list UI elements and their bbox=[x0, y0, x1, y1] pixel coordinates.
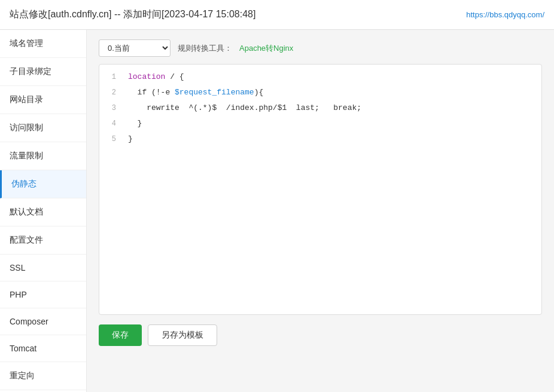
line-num-3: 3 bbox=[99, 100, 123, 116]
sidebar-item-php[interactable]: PHP bbox=[0, 281, 86, 308]
toolbar-row: 0.当前 规则转换工具： Apache转Nginx bbox=[99, 39, 542, 57]
sidebar-item-tomcat[interactable]: Tomcat bbox=[0, 335, 86, 362]
line-content-5: } bbox=[123, 131, 133, 147]
sidebar-item-composer[interactable]: Composer bbox=[0, 308, 86, 335]
convert-label: 规则转换工具： bbox=[178, 43, 232, 54]
code-line-2: 2 if (!-e $request_filename){ bbox=[99, 85, 541, 100]
line-content-3: rewrite ^(.*)$ /index.php/$1 last; break… bbox=[123, 100, 361, 116]
line-num-5: 5 bbox=[99, 131, 123, 147]
line-content-1: location / { bbox=[123, 69, 184, 85]
top-bar: 站点修改[auth.cdnfly.cn] -- 添加时间[2023-04-17 … bbox=[0, 0, 554, 30]
code-line-5: 5 } bbox=[99, 131, 541, 147]
code-line-4: 4 } bbox=[99, 116, 541, 131]
sidebar-item-ssl[interactable]: SSL bbox=[0, 255, 86, 281]
layout: 域名管理 子目录绑定 网站目录 访问限制 流量限制 伪静态 默认文档 配置文件 … bbox=[0, 30, 554, 392]
page-title: 站点修改[auth.cdnfly.cn] -- 添加时间[2023-04-17 … bbox=[10, 8, 255, 21]
footer-buttons: 保存 另存为模板 bbox=[99, 324, 542, 346]
sidebar-item-webdir[interactable]: 网站目录 bbox=[0, 86, 86, 114]
line-num-4: 4 bbox=[99, 116, 123, 131]
version-select[interactable]: 0.当前 bbox=[99, 39, 171, 57]
top-bar-link[interactable]: https://bbs.qdyqq.com/ bbox=[466, 10, 544, 19]
code-editor[interactable]: 1 location / { 2 if (!-e $request_filena… bbox=[99, 64, 542, 315]
line-num-1: 1 bbox=[99, 69, 123, 85]
save-as-template-button[interactable]: 另存为模板 bbox=[148, 324, 217, 346]
save-button[interactable]: 保存 bbox=[99, 324, 142, 346]
sidebar-item-default-doc[interactable]: 默认文档 bbox=[0, 198, 86, 226]
code-line-1: 1 location / { bbox=[99, 69, 541, 85]
convert-link[interactable]: Apache转Nginx bbox=[239, 43, 293, 54]
sidebar-item-config[interactable]: 配置文件 bbox=[0, 226, 86, 255]
sidebar-item-redirect[interactable]: 重定向 bbox=[0, 362, 86, 390]
sidebar-item-subdir[interactable]: 子目录绑定 bbox=[0, 58, 86, 86]
sidebar: 域名管理 子目录绑定 网站目录 访问限制 流量限制 伪静态 默认文档 配置文件 … bbox=[0, 30, 87, 392]
sidebar-item-pseudo-static[interactable]: 伪静态 bbox=[0, 170, 86, 198]
sidebar-item-access[interactable]: 访问限制 bbox=[0, 114, 86, 142]
line-content-2: if (!-e $request_filename){ bbox=[123, 85, 263, 100]
sidebar-item-traffic[interactable]: 流量限制 bbox=[0, 142, 86, 170]
sidebar-item-domain[interactable]: 域名管理 bbox=[0, 30, 86, 58]
line-num-2: 2 bbox=[99, 85, 123, 100]
code-line-3: 3 rewrite ^(.*)$ /index.php/$1 last; bre… bbox=[99, 100, 541, 116]
line-content-4: } bbox=[123, 116, 142, 131]
main-content: 0.当前 规则转换工具： Apache转Nginx 1 location / {… bbox=[87, 30, 554, 392]
